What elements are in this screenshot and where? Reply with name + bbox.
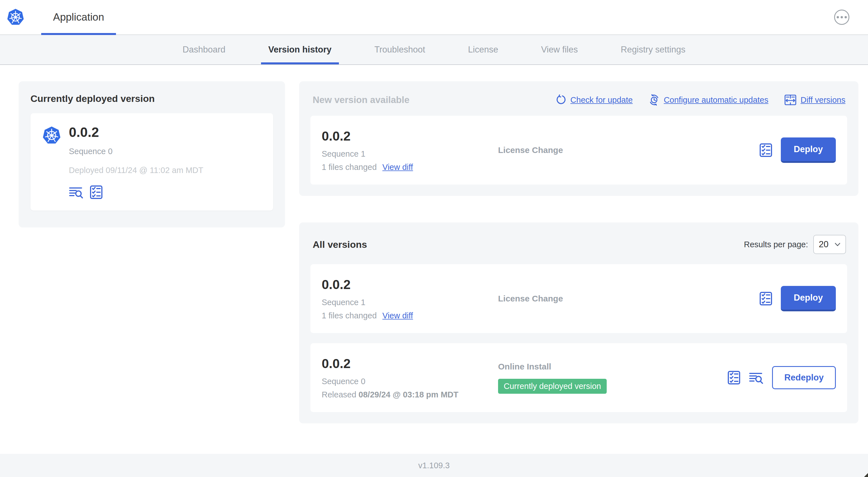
clock-update-icon xyxy=(648,94,660,106)
refresh-icon xyxy=(556,94,566,105)
tab-registry-settings[interactable]: Registry settings xyxy=(621,35,685,64)
overflow-menu-button[interactable] xyxy=(834,9,849,25)
diff-versions-link[interactable]: Diff versions xyxy=(784,94,845,106)
tab-view-files[interactable]: View files xyxy=(541,35,578,64)
checklist-icon[interactable] xyxy=(760,292,772,306)
version-number: 0.0.2 xyxy=(322,128,498,144)
main-content: Currently deployed version 0.0.2 Sequenc… xyxy=(0,65,868,423)
app-footer: v1.109.3 xyxy=(0,454,868,477)
currently-deployed-badge: Currently deployed version xyxy=(498,379,607,394)
tab-version-history[interactable]: Version history xyxy=(268,35,332,64)
ellipsis-icon xyxy=(837,16,839,18)
currently-deployed-title: Currently deployed version xyxy=(30,93,273,104)
check-for-update-link[interactable]: Check for update xyxy=(556,94,633,105)
results-per-page-select[interactable]: 20 xyxy=(813,235,846,254)
currently-deployed-inner-card: 0.0.2 Sequence 0 Deployed 09/11/24 @ 11:… xyxy=(30,113,273,211)
current-sequence: Sequence 0 xyxy=(69,147,204,156)
kubernetes-app-icon xyxy=(42,126,61,145)
version-released-timestamp: Released 08/29/24 @ 03:18 pm MDT xyxy=(322,390,498,399)
kubernetes-logo-icon xyxy=(7,8,24,26)
new-version-title: New version available xyxy=(313,94,409,105)
deploy-button[interactable]: Deploy xyxy=(781,286,836,311)
deploy-button[interactable]: Deploy xyxy=(781,138,836,163)
version-row-sequence-0: 0.0.2 Sequence 0 Released 08/29/24 @ 03:… xyxy=(310,343,847,412)
version-number: 0.0.2 xyxy=(322,277,498,292)
checklist-icon[interactable] xyxy=(760,143,772,157)
current-deployed-timestamp: Deployed 09/11/24 @ 11:02 am MDT xyxy=(69,166,204,175)
tab-troubleshoot[interactable]: Troubleshoot xyxy=(374,35,425,64)
console-version: v1.109.3 xyxy=(418,461,450,470)
app-title: Application xyxy=(53,11,104,23)
redeploy-button[interactable]: Redeploy xyxy=(772,366,836,389)
new-version-card: New version available Check for update xyxy=(299,81,859,196)
files-changed-label: 1 files changed xyxy=(322,311,377,320)
view-diff-link[interactable]: View diff xyxy=(382,162,413,172)
chevron-down-icon xyxy=(835,243,840,246)
nav-tabbar: Dashboard Version history Troubleshoot L… xyxy=(0,35,868,65)
current-version-number: 0.0.2 xyxy=(69,124,204,140)
view-diff-link[interactable]: View diff xyxy=(382,311,413,320)
version-source-label: License Change xyxy=(498,145,760,155)
diff-icon xyxy=(784,94,797,106)
checklist-icon[interactable] xyxy=(727,370,740,385)
new-version-row: 0.0.2 Sequence 1 1 files changed View di… xyxy=(310,116,847,185)
version-sequence: Sequence 1 xyxy=(322,149,498,159)
version-row-sequence-1: 0.0.2 Sequence 1 1 files changed View di… xyxy=(310,264,847,333)
all-versions-card: All versions Results per page: 20 0.0.2 … xyxy=(299,222,859,423)
version-source-label: License Change xyxy=(498,294,760,303)
all-versions-title: All versions xyxy=(313,239,367,250)
logs-icon[interactable] xyxy=(69,186,84,199)
logs-icon[interactable] xyxy=(749,371,764,384)
version-sequence: Sequence 1 xyxy=(322,298,498,307)
version-sequence: Sequence 0 xyxy=(322,377,498,386)
version-number: 0.0.2 xyxy=(322,356,498,371)
version-source-label: Online Install xyxy=(498,362,727,371)
configure-automatic-updates-link[interactable]: Configure automatic updates xyxy=(648,94,768,106)
app-tab-application[interactable]: Application xyxy=(41,0,116,34)
tab-license[interactable]: License xyxy=(468,35,498,64)
currently-deployed-card: Currently deployed version 0.0.2 Sequenc… xyxy=(19,81,285,228)
app-header: Application xyxy=(0,0,868,35)
results-per-page-label: Results per page: xyxy=(744,240,808,249)
tab-dashboard[interactable]: Dashboard xyxy=(183,35,225,64)
checklist-icon[interactable] xyxy=(90,185,103,199)
files-changed-label: 1 files changed xyxy=(322,162,377,172)
resize-grip-icon xyxy=(864,473,868,477)
